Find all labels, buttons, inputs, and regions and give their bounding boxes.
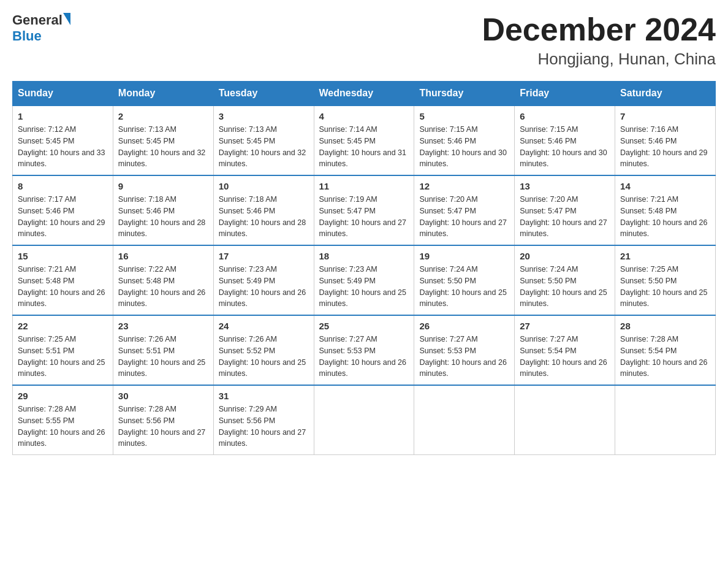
calendar-table: SundayMondayTuesdayWednesdayThursdayFrid… bbox=[12, 81, 716, 455]
day-info: Sunrise: 7:24 AM Sunset: 5:50 PM Dayligh… bbox=[520, 264, 610, 310]
weekday-header-friday: Friday bbox=[515, 82, 615, 106]
day-number: 31 bbox=[219, 391, 309, 401]
day-number: 19 bbox=[419, 251, 509, 261]
calendar-cell: 19 Sunrise: 7:24 AM Sunset: 5:50 PM Dayl… bbox=[414, 245, 515, 315]
day-number: 16 bbox=[118, 251, 208, 261]
day-number: 11 bbox=[319, 181, 409, 191]
calendar-cell: 12 Sunrise: 7:20 AM Sunset: 5:47 PM Dayl… bbox=[414, 175, 515, 245]
day-info: Sunrise: 7:27 AM Sunset: 5:53 PM Dayligh… bbox=[319, 334, 409, 380]
day-number: 15 bbox=[18, 251, 108, 261]
day-info: Sunrise: 7:15 AM Sunset: 5:46 PM Dayligh… bbox=[419, 124, 509, 170]
day-number: 2 bbox=[118, 111, 208, 121]
day-number: 8 bbox=[18, 181, 108, 191]
calendar-cell: 10 Sunrise: 7:18 AM Sunset: 5:46 PM Dayl… bbox=[213, 175, 314, 245]
calendar-cell bbox=[615, 385, 716, 455]
calendar-cell: 14 Sunrise: 7:21 AM Sunset: 5:48 PM Dayl… bbox=[615, 175, 716, 245]
calendar-cell: 31 Sunrise: 7:29 AM Sunset: 5:56 PM Dayl… bbox=[213, 385, 314, 455]
day-info: Sunrise: 7:18 AM Sunset: 5:46 PM Dayligh… bbox=[219, 194, 309, 240]
day-info: Sunrise: 7:13 AM Sunset: 5:45 PM Dayligh… bbox=[118, 124, 208, 170]
weekday-header-sunday: Sunday bbox=[13, 82, 113, 106]
weekday-header-wednesday: Wednesday bbox=[314, 82, 414, 106]
day-info: Sunrise: 7:24 AM Sunset: 5:50 PM Dayligh… bbox=[419, 264, 509, 310]
day-number: 20 bbox=[520, 251, 610, 261]
title-section: December 2024 Hongjiang, Hunan, China bbox=[482, 12, 716, 69]
logo-triangle-icon bbox=[63, 13, 70, 25]
weekday-header-saturday: Saturday bbox=[615, 82, 716, 106]
calendar-cell bbox=[515, 385, 615, 455]
day-number: 3 bbox=[219, 111, 309, 121]
calendar-cell: 11 Sunrise: 7:19 AM Sunset: 5:47 PM Dayl… bbox=[314, 175, 414, 245]
week-row-3: 15 Sunrise: 7:21 AM Sunset: 5:48 PM Dayl… bbox=[13, 245, 716, 315]
day-number: 7 bbox=[620, 111, 710, 121]
day-info: Sunrise: 7:18 AM Sunset: 5:46 PM Dayligh… bbox=[118, 194, 208, 240]
day-info: Sunrise: 7:28 AM Sunset: 5:56 PM Dayligh… bbox=[118, 404, 208, 450]
day-number: 10 bbox=[219, 181, 309, 191]
day-number: 17 bbox=[219, 251, 309, 261]
weekday-header-monday: Monday bbox=[113, 82, 213, 106]
day-info: Sunrise: 7:25 AM Sunset: 5:50 PM Dayligh… bbox=[620, 264, 710, 310]
day-info: Sunrise: 7:26 AM Sunset: 5:52 PM Dayligh… bbox=[219, 334, 309, 380]
calendar-cell: 16 Sunrise: 7:22 AM Sunset: 5:48 PM Dayl… bbox=[113, 245, 213, 315]
day-number: 14 bbox=[620, 181, 710, 191]
day-number: 12 bbox=[419, 181, 509, 191]
day-info: Sunrise: 7:16 AM Sunset: 5:46 PM Dayligh… bbox=[620, 124, 710, 170]
calendar-cell: 8 Sunrise: 7:17 AM Sunset: 5:46 PM Dayli… bbox=[13, 175, 113, 245]
week-row-1: 1 Sunrise: 7:12 AM Sunset: 5:45 PM Dayli… bbox=[13, 105, 716, 175]
day-info: Sunrise: 7:27 AM Sunset: 5:53 PM Dayligh… bbox=[419, 334, 509, 380]
day-number: 29 bbox=[18, 391, 108, 401]
day-info: Sunrise: 7:22 AM Sunset: 5:48 PM Dayligh… bbox=[118, 264, 208, 310]
page-header: General Blue December 2024 Hongjiang, Hu… bbox=[12, 12, 716, 69]
calendar-cell: 21 Sunrise: 7:25 AM Sunset: 5:50 PM Dayl… bbox=[615, 245, 716, 315]
calendar-cell: 25 Sunrise: 7:27 AM Sunset: 5:53 PM Dayl… bbox=[314, 315, 414, 385]
calendar-cell: 1 Sunrise: 7:12 AM Sunset: 5:45 PM Dayli… bbox=[13, 105, 113, 175]
week-row-4: 22 Sunrise: 7:25 AM Sunset: 5:51 PM Dayl… bbox=[13, 315, 716, 385]
day-info: Sunrise: 7:17 AM Sunset: 5:46 PM Dayligh… bbox=[18, 194, 108, 240]
day-info: Sunrise: 7:12 AM Sunset: 5:45 PM Dayligh… bbox=[18, 124, 108, 170]
calendar-cell: 30 Sunrise: 7:28 AM Sunset: 5:56 PM Dayl… bbox=[113, 385, 213, 455]
calendar-cell: 28 Sunrise: 7:28 AM Sunset: 5:54 PM Dayl… bbox=[615, 315, 716, 385]
day-number: 27 bbox=[520, 321, 610, 331]
day-info: Sunrise: 7:26 AM Sunset: 5:51 PM Dayligh… bbox=[118, 334, 208, 380]
day-number: 30 bbox=[118, 391, 208, 401]
day-number: 26 bbox=[419, 321, 509, 331]
day-number: 1 bbox=[18, 111, 108, 121]
day-info: Sunrise: 7:27 AM Sunset: 5:54 PM Dayligh… bbox=[520, 334, 610, 380]
day-info: Sunrise: 7:19 AM Sunset: 5:47 PM Dayligh… bbox=[319, 194, 409, 240]
day-info: Sunrise: 7:23 AM Sunset: 5:49 PM Dayligh… bbox=[219, 264, 309, 310]
day-number: 9 bbox=[118, 181, 208, 191]
calendar-cell: 22 Sunrise: 7:25 AM Sunset: 5:51 PM Dayl… bbox=[13, 315, 113, 385]
calendar-cell: 27 Sunrise: 7:27 AM Sunset: 5:54 PM Dayl… bbox=[515, 315, 615, 385]
calendar-cell: 4 Sunrise: 7:14 AM Sunset: 5:45 PM Dayli… bbox=[314, 105, 414, 175]
calendar-cell: 29 Sunrise: 7:28 AM Sunset: 5:55 PM Dayl… bbox=[13, 385, 113, 455]
day-info: Sunrise: 7:13 AM Sunset: 5:45 PM Dayligh… bbox=[219, 124, 309, 170]
day-info: Sunrise: 7:25 AM Sunset: 5:51 PM Dayligh… bbox=[18, 334, 108, 380]
calendar-cell: 18 Sunrise: 7:23 AM Sunset: 5:49 PM Dayl… bbox=[314, 245, 414, 315]
day-info: Sunrise: 7:15 AM Sunset: 5:46 PM Dayligh… bbox=[520, 124, 610, 170]
calendar-cell bbox=[314, 385, 414, 455]
day-info: Sunrise: 7:20 AM Sunset: 5:47 PM Dayligh… bbox=[520, 194, 610, 240]
calendar-cell: 17 Sunrise: 7:23 AM Sunset: 5:49 PM Dayl… bbox=[213, 245, 314, 315]
calendar-cell: 26 Sunrise: 7:27 AM Sunset: 5:53 PM Dayl… bbox=[414, 315, 515, 385]
day-number: 22 bbox=[18, 321, 108, 331]
day-info: Sunrise: 7:21 AM Sunset: 5:48 PM Dayligh… bbox=[620, 194, 710, 240]
calendar-cell: 6 Sunrise: 7:15 AM Sunset: 5:46 PM Dayli… bbox=[515, 105, 615, 175]
weekday-header-tuesday: Tuesday bbox=[213, 82, 314, 106]
day-info: Sunrise: 7:23 AM Sunset: 5:49 PM Dayligh… bbox=[319, 264, 409, 310]
day-number: 24 bbox=[219, 321, 309, 331]
day-info: Sunrise: 7:21 AM Sunset: 5:48 PM Dayligh… bbox=[18, 264, 108, 310]
logo-general-text: General bbox=[12, 12, 63, 28]
calendar-cell: 3 Sunrise: 7:13 AM Sunset: 5:45 PM Dayli… bbox=[213, 105, 314, 175]
day-info: Sunrise: 7:28 AM Sunset: 5:54 PM Dayligh… bbox=[620, 334, 710, 380]
calendar-cell bbox=[414, 385, 515, 455]
day-number: 18 bbox=[319, 251, 409, 261]
calendar-cell: 2 Sunrise: 7:13 AM Sunset: 5:45 PM Dayli… bbox=[113, 105, 213, 175]
day-info: Sunrise: 7:29 AM Sunset: 5:56 PM Dayligh… bbox=[219, 404, 309, 450]
day-info: Sunrise: 7:28 AM Sunset: 5:55 PM Dayligh… bbox=[18, 404, 108, 450]
location-title: Hongjiang, Hunan, China bbox=[482, 50, 716, 69]
day-number: 23 bbox=[118, 321, 208, 331]
week-row-5: 29 Sunrise: 7:28 AM Sunset: 5:55 PM Dayl… bbox=[13, 385, 716, 455]
calendar-header: SundayMondayTuesdayWednesdayThursdayFrid… bbox=[13, 82, 716, 106]
day-number: 13 bbox=[520, 181, 610, 191]
day-number: 25 bbox=[319, 321, 409, 331]
day-number: 4 bbox=[319, 111, 409, 121]
